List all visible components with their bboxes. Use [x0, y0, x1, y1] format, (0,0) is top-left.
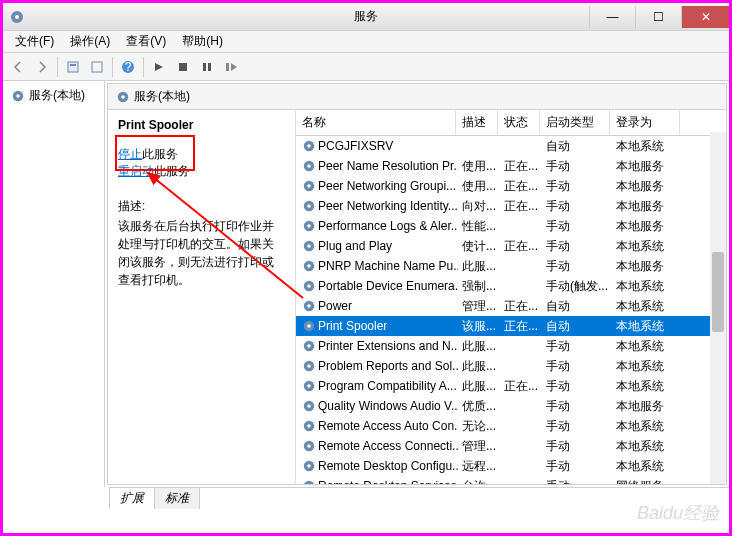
- menu-view[interactable]: 查看(V): [118, 31, 174, 52]
- cell-start: 手动: [542, 196, 612, 217]
- svg-rect-4: [92, 62, 102, 72]
- description-label: 描述:: [118, 198, 285, 215]
- service-row[interactable]: Peer Networking Groupi...使用...正在...手动本地服…: [296, 176, 726, 196]
- cell-desc: 性能...: [458, 216, 500, 237]
- cell-status: [500, 144, 542, 148]
- tab-standard[interactable]: 标准: [154, 487, 200, 509]
- cell-desc: 使计...: [458, 236, 500, 257]
- cell-logon: 本地系统: [612, 336, 682, 357]
- col-header-name[interactable]: 名称: [296, 110, 456, 135]
- stop-button[interactable]: [172, 56, 194, 78]
- stop-service-link[interactable]: 停止: [118, 147, 142, 161]
- service-row[interactable]: Performance Logs & Aler...性能...手动本地服务: [296, 216, 726, 236]
- svg-point-28: [307, 264, 311, 268]
- service-row[interactable]: Problem Reports and Sol...此服...手动本地系统: [296, 356, 726, 376]
- properties-button[interactable]: [62, 56, 84, 78]
- col-header-desc[interactable]: 描述: [456, 110, 498, 135]
- service-row[interactable]: PCGJFIXSRV自动本地系统: [296, 136, 726, 156]
- svg-point-20: [307, 184, 311, 188]
- service-row[interactable]: Remote Desktop Services允许...手动网络服务: [296, 476, 726, 484]
- back-button[interactable]: [7, 56, 29, 78]
- service-row[interactable]: Remote Desktop Configu...远程...手动本地系统: [296, 456, 726, 476]
- titlebar: 服务 — ☐ ✕: [3, 3, 729, 31]
- menu-action[interactable]: 操作(A): [62, 31, 118, 52]
- cell-logon: 本地服务: [612, 256, 682, 277]
- restart-button[interactable]: [220, 56, 242, 78]
- cell-desc: 允许...: [458, 476, 500, 485]
- pause-button[interactable]: [196, 56, 218, 78]
- cell-logon: 本地服务: [612, 396, 682, 417]
- cell-name: Remote Desktop Configu...: [298, 457, 458, 475]
- cell-name: Print Spooler: [298, 317, 458, 335]
- help-button[interactable]: ?: [117, 56, 139, 78]
- cell-name: Performance Logs & Aler...: [298, 217, 458, 235]
- svg-point-44: [307, 424, 311, 428]
- service-row[interactable]: Peer Networking Identity...向对...正在...手动本…: [296, 196, 726, 216]
- scrollbar-thumb[interactable]: [712, 252, 724, 332]
- cell-start: 手动: [542, 356, 612, 377]
- service-row[interactable]: Plug and Play使计...正在...手动本地系统: [296, 236, 726, 256]
- cell-status: [500, 424, 542, 428]
- svg-point-26: [307, 244, 311, 248]
- svg-rect-2: [68, 62, 78, 72]
- col-header-logon[interactable]: 登录为: [610, 110, 680, 135]
- cell-status: 正在...: [500, 196, 542, 217]
- service-row[interactable]: Remote Access Auto Con...无论...手动本地系统: [296, 416, 726, 436]
- menu-file[interactable]: 文件(F): [7, 31, 62, 52]
- restart-service-row: 重启动此服务: [118, 163, 285, 180]
- cell-start: 手动: [542, 416, 612, 437]
- cell-status: [500, 264, 542, 268]
- svg-point-46: [307, 444, 311, 448]
- col-header-start[interactable]: 启动类型: [540, 110, 610, 135]
- cell-desc: 此服...: [458, 336, 500, 357]
- cell-name: Printer Extensions and N...: [298, 337, 458, 355]
- cell-desc: 管理...: [458, 436, 500, 457]
- service-row[interactable]: Power管理...正在...自动本地系统: [296, 296, 726, 316]
- cell-status: 正在...: [500, 316, 542, 337]
- cell-name: Power: [298, 297, 458, 315]
- service-row[interactable]: Portable Device Enumera...强制...手动(触发...本…: [296, 276, 726, 296]
- service-row[interactable]: Printer Extensions and N...此服...手动本地系统: [296, 336, 726, 356]
- cell-desc: 此服...: [458, 356, 500, 377]
- forward-button[interactable]: [31, 56, 53, 78]
- cell-start: 手动: [542, 336, 612, 357]
- close-button[interactable]: ✕: [681, 6, 729, 28]
- service-row[interactable]: Print Spooler该服...正在...自动本地系统: [296, 316, 726, 336]
- service-row[interactable]: Remote Access Connecti...管理...手动本地系统: [296, 436, 726, 456]
- service-row[interactable]: Quality Windows Audio V...优质...手动本地服务: [296, 396, 726, 416]
- menu-help[interactable]: 帮助(H): [174, 31, 231, 52]
- svg-point-32: [307, 304, 311, 308]
- stop-suffix: 此服务: [142, 147, 178, 161]
- tab-extended[interactable]: 扩展: [109, 487, 155, 509]
- window-title: 服务: [354, 8, 378, 25]
- scrollbar[interactable]: [710, 132, 726, 484]
- service-row[interactable]: Peer Name Resolution Pr...使用...正在...手动本地…: [296, 156, 726, 176]
- cell-logon: 本地服务: [612, 176, 682, 197]
- detail-pane: Print Spooler 停止此服务 重启动此服务 描述: 该服务在后台执行打…: [108, 110, 296, 484]
- tree-node-services[interactable]: 服务(本地): [7, 85, 100, 106]
- refresh-button[interactable]: [86, 56, 108, 78]
- service-row[interactable]: PNRP Machine Name Pu...此服...手动本地服务: [296, 256, 726, 276]
- cell-name: Problem Reports and Sol...: [298, 357, 458, 375]
- cell-status: [500, 224, 542, 228]
- cell-logon: 本地系统: [612, 436, 682, 457]
- window-controls: — ☐ ✕: [589, 6, 729, 28]
- col-header-status[interactable]: 状态: [498, 110, 540, 135]
- cell-start: 手动: [542, 256, 612, 277]
- list-body[interactable]: PCGJFIXSRV自动本地系统Peer Name Resolution Pr.…: [296, 136, 726, 484]
- restart-service-link[interactable]: 重启动: [118, 164, 154, 178]
- svg-point-42: [307, 404, 311, 408]
- cell-status: 正在...: [500, 176, 542, 197]
- start-button[interactable]: [148, 56, 170, 78]
- cell-desc: 使用...: [458, 156, 500, 177]
- cell-name: Peer Name Resolution Pr...: [298, 157, 458, 175]
- svg-rect-9: [208, 63, 211, 71]
- minimize-button[interactable]: —: [589, 6, 635, 28]
- list-header: 名称 描述 状态 启动类型 登录为: [296, 110, 726, 136]
- service-row[interactable]: Program Compatibility A...此服...正在...手动本地…: [296, 376, 726, 396]
- cell-logon: 本地系统: [612, 416, 682, 437]
- cell-start: 手动: [542, 376, 612, 397]
- cell-status: 正在...: [500, 156, 542, 177]
- maximize-button[interactable]: ☐: [635, 6, 681, 28]
- cell-start: 手动: [542, 216, 612, 237]
